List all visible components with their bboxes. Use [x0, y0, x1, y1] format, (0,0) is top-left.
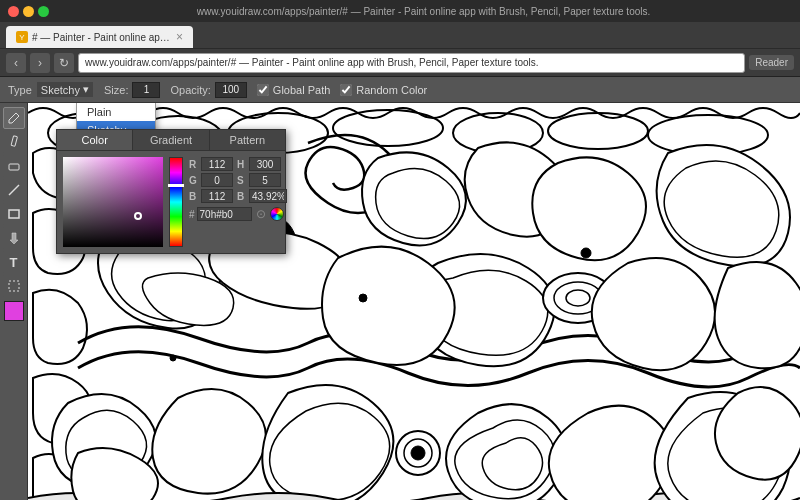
forward-button[interactable]: › — [30, 53, 50, 73]
close-button[interactable] — [8, 6, 19, 17]
tab-gradient[interactable]: Gradient — [133, 130, 209, 150]
global-path-control: Global Path — [257, 84, 330, 96]
s-input[interactable] — [249, 173, 281, 187]
svg-point-12 — [548, 113, 648, 149]
color-swatch[interactable] — [4, 301, 24, 321]
browser-tabs: Y # — Painter - Paint online app with Br… — [0, 22, 800, 48]
svg-point-25 — [359, 294, 367, 302]
maximize-button[interactable] — [38, 6, 49, 17]
svg-rect-4 — [9, 210, 19, 218]
app-container: Type Sketchy ▾ Size: Opacity: Global Pat… — [0, 77, 800, 500]
g-row: G S — [189, 173, 287, 187]
nav-bar: ‹ › ↻ www.youidraw.com/apps/painter/# — … — [0, 48, 800, 76]
hue-bar-container — [169, 157, 183, 247]
brush-type-plain[interactable]: Plain — [77, 103, 155, 121]
toolbar: Type Sketchy ▾ Size: Opacity: Global Pat… — [0, 77, 800, 103]
svg-point-27 — [581, 248, 591, 258]
g-label: G — [189, 175, 199, 186]
size-input[interactable] — [132, 82, 160, 98]
svg-point-26 — [170, 355, 176, 361]
b-row: B B — [189, 189, 287, 203]
svg-point-21 — [566, 290, 590, 306]
global-path-label: Global Path — [273, 84, 330, 96]
eyedropper-button[interactable]: ⊙ — [254, 207, 268, 221]
tab-pattern[interactable]: Pattern — [210, 130, 285, 150]
gradient-field[interactable] — [63, 157, 163, 247]
toolbox: T — [0, 103, 28, 500]
hex-hash: # — [189, 209, 195, 220]
svg-line-0 — [16, 113, 19, 116]
active-tab[interactable]: Y # — Painter - Paint online app with Br… — [6, 26, 193, 48]
pencil-tool[interactable] — [3, 131, 25, 153]
browser-chrome: www.youidraw.com/apps/painter/# — Painte… — [0, 0, 800, 77]
global-path-checkbox[interactable] — [257, 84, 269, 96]
svg-rect-1 — [11, 136, 17, 147]
b-label: B — [189, 191, 199, 202]
url-bar[interactable]: www.youidraw.com/apps/painter/# — Painte… — [78, 53, 745, 73]
r-label: R — [189, 159, 199, 170]
random-color-checkbox[interactable] — [340, 84, 352, 96]
svg-rect-5 — [9, 281, 19, 291]
svg-rect-2 — [9, 164, 19, 170]
back-button[interactable]: ‹ — [6, 53, 26, 73]
r-input[interactable] — [201, 157, 233, 171]
svg-line-3 — [9, 185, 19, 195]
color-panel-body: R H G S B — [57, 151, 285, 253]
select-tool[interactable] — [3, 275, 25, 297]
line-tool[interactable] — [3, 179, 25, 201]
tab-favicon: Y — [16, 31, 28, 43]
size-control: Size: — [104, 82, 160, 98]
size-label: Size: — [104, 84, 128, 96]
title-bar: www.youidraw.com/apps/painter/# — Painte… — [0, 0, 800, 22]
brush-type-selector: Type Sketchy ▾ — [8, 81, 94, 98]
tab-color[interactable]: Color — [57, 130, 133, 150]
brush-tool[interactable] — [3, 107, 25, 129]
s-label: S — [237, 175, 247, 186]
dropdown-arrow-icon: ▾ — [83, 83, 89, 96]
canvas-area[interactable]: Plain Sketchy Shaded Web Trail Ribbon Fu… — [28, 103, 800, 500]
minimize-button[interactable] — [23, 6, 34, 17]
opacity-label: Opacity: — [170, 84, 210, 96]
url-text: www.youidraw.com/apps/painter/# — Painte… — [85, 57, 539, 68]
tab-close-icon[interactable]: × — [176, 30, 183, 44]
eraser-tool[interactable] — [3, 155, 25, 177]
refresh-button[interactable]: ↻ — [54, 53, 74, 73]
b-input[interactable] — [201, 189, 233, 203]
svg-point-10 — [333, 110, 443, 146]
tab-label: # — Painter - Paint online app with Brus… — [32, 32, 172, 43]
rect-tool[interactable] — [3, 203, 25, 225]
random-color-label: Random Color — [356, 84, 427, 96]
r-row: R H — [189, 157, 287, 171]
type-label: Type — [8, 84, 32, 96]
reader-button[interactable]: Reader — [749, 55, 794, 70]
svg-point-24 — [411, 446, 425, 460]
b2-label: B — [237, 191, 247, 202]
hue-bar[interactable] — [169, 157, 183, 247]
g-input[interactable] — [201, 173, 233, 187]
color-wheel-button[interactable] — [270, 207, 284, 221]
gradient-dark-overlay — [63, 157, 163, 247]
b2-input[interactable] — [249, 189, 287, 203]
hex-row: # ⊙ — [189, 207, 287, 221]
hex-input[interactable] — [197, 207, 252, 221]
color-panel: Color Gradient Pattern — [56, 129, 286, 254]
h-input[interactable] — [249, 157, 281, 171]
brush-type-dropdown[interactable]: Sketchy ▾ — [36, 81, 94, 98]
opacity-input[interactable] — [215, 82, 247, 98]
color-inputs: R H G S B — [189, 157, 287, 247]
window-controls — [8, 6, 49, 17]
random-color-control: Random Color — [340, 84, 427, 96]
hue-cursor — [168, 184, 184, 187]
text-tool[interactable]: T — [3, 251, 25, 273]
h-label: H — [237, 159, 247, 170]
color-panel-tabs: Color Gradient Pattern — [57, 130, 285, 151]
color-gradient-box[interactable] — [63, 157, 163, 247]
main-area: T — [0, 103, 800, 500]
opacity-control: Opacity: — [170, 82, 246, 98]
fill-tool[interactable] — [3, 227, 25, 249]
browser-title: www.youidraw.com/apps/painter/# — Painte… — [197, 6, 651, 17]
brush-type-value: Sketchy — [41, 84, 80, 96]
